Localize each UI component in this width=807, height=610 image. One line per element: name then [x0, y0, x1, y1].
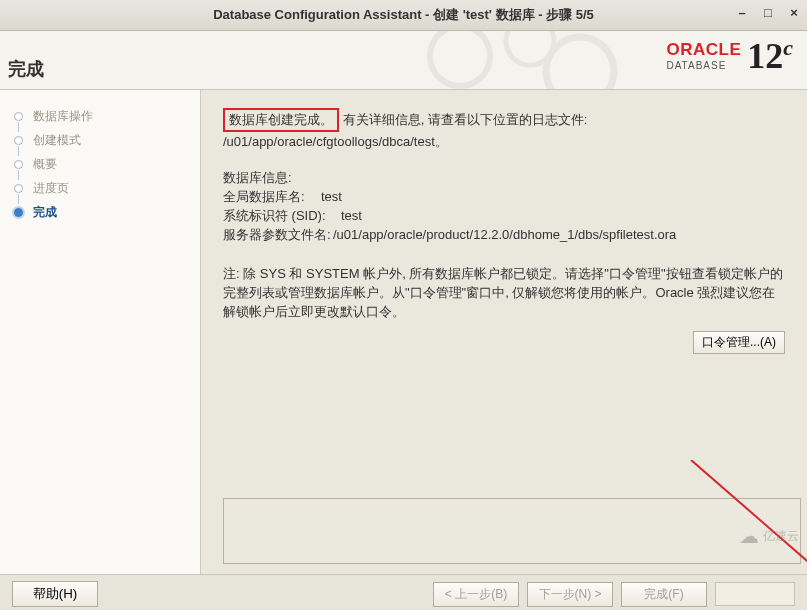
output-box [223, 498, 801, 564]
db-info-block: 数据库信息: 全局数据库名: test 系统标识符 (SID): test 服务… [223, 168, 787, 244]
label-sid: 系统标识符 (SID): [223, 206, 341, 225]
value-sid: test [341, 206, 362, 225]
completion-highlight: 数据库创建完成。 [223, 108, 339, 132]
next-button[interactable]: 下一步(N) > [527, 582, 613, 607]
db-info-title: 数据库信息: [223, 168, 787, 187]
value-global-name: test [321, 187, 342, 206]
sidebar-step-progress: 进度页 [0, 176, 200, 200]
finish-button[interactable]: 完成(F) [621, 582, 707, 607]
brand-version: 12c [747, 37, 793, 74]
label-global-name: 全局数据库名: [223, 187, 321, 206]
header: 完成 ORACLE DATABASE 12c [0, 31, 807, 90]
back-button[interactable]: < 上一步(B) [433, 582, 519, 607]
minimize-button[interactable]: – [735, 6, 749, 20]
help-button[interactable]: 帮助(H) [12, 581, 98, 607]
brand-name: ORACLE [666, 40, 741, 60]
page-title: 完成 [8, 57, 44, 81]
watermark-text: 亿速云 [763, 528, 799, 545]
detail-prompt: 有关详细信息, 请查看以下位置的日志文件: [343, 112, 588, 127]
sidebar-step-db-operation: 数据库操作 [0, 104, 200, 128]
main-content: 数据库创建完成。 有关详细信息, 请查看以下位置的日志文件: /u01/app/… [201, 90, 807, 574]
window-controls: – □ × [735, 6, 801, 20]
row-global-name: 全局数据库名: test [223, 187, 787, 206]
svg-point-2 [546, 37, 614, 90]
row-sid: 系统标识符 (SID): test [223, 206, 787, 225]
value-spfile: /u01/app/oracle/product/12.2.0/dbhome_1/… [333, 225, 676, 244]
wizard-sidebar: 数据库操作 创建模式 概要 进度页 完成 [0, 90, 201, 574]
watermark: ☁ 亿速云 [739, 524, 799, 548]
account-lock-note: 注: 除 SYS 和 SYSTEM 帐户外, 所有数据库帐户都已锁定。请选择"口… [223, 264, 785, 321]
footer: 帮助(H) < 上一步(B) 下一步(N) > 完成(F) [0, 574, 807, 610]
sidebar-step-summary: 概要 [0, 152, 200, 176]
cloud-icon: ☁ [739, 524, 759, 548]
completion-message: 数据库创建完成。 有关详细信息, 请查看以下位置的日志文件: /u01/app/… [223, 108, 787, 152]
maximize-button[interactable]: □ [761, 6, 775, 20]
title-bar: Database Configuration Assistant - 创建 't… [0, 0, 807, 31]
label-spfile: 服务器参数文件名: [223, 225, 333, 244]
password-management-button[interactable]: 口令管理...(A) [693, 331, 785, 354]
row-spfile: 服务器参数文件名: /u01/app/oracle/product/12.2.0… [223, 225, 783, 244]
sidebar-step-finish: 完成 [0, 200, 200, 224]
close-button[interactable] [715, 582, 795, 606]
close-window-button[interactable]: × [787, 6, 801, 20]
gear-decoration-icon [420, 31, 640, 90]
window-title: Database Configuration Assistant - 创建 't… [0, 6, 807, 24]
body: 数据库操作 创建模式 概要 进度页 完成 数据库创建完成。 有关详细信息, 请查… [0, 90, 807, 574]
brand-subtitle: DATABASE [666, 60, 726, 71]
sidebar-step-create-mode: 创建模式 [0, 128, 200, 152]
brand-logo: ORACLE DATABASE 12c [666, 37, 793, 74]
password-button-row: 口令管理...(A) [223, 331, 785, 354]
svg-point-0 [430, 31, 490, 86]
log-path: /u01/app/oracle/cfgtoollogs/dbca/test。 [223, 134, 448, 149]
